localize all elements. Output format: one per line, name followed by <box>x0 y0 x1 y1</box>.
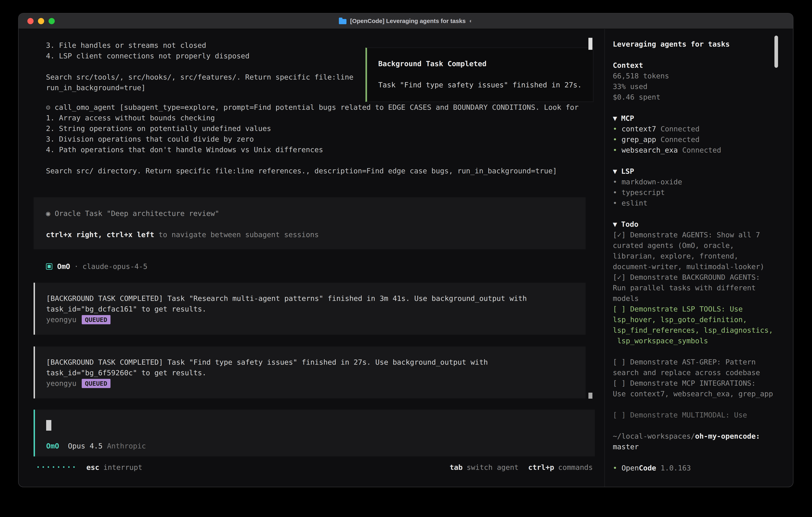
gear-icon: ⚙ <box>46 102 50 113</box>
tab-label: switch agent <box>467 462 519 472</box>
app-version: •OpenCode1.0.163 <box>613 463 793 473</box>
window-controls <box>27 13 55 29</box>
context-heading: Context <box>613 60 793 71</box>
window-title-text: [OpenCode] Leveraging agents for tasks <box>350 18 466 24</box>
input-meta: OmOOpus 4.5Anthropic <box>46 441 146 451</box>
zoom-button[interactable] <box>49 18 55 24</box>
folder-icon <box>339 19 346 24</box>
tab-key: tab <box>450 462 463 472</box>
workspace-path-prefix: ~/local-workspaces/ <box>613 432 695 440</box>
input-provider-name: Anthropic <box>107 442 146 450</box>
bullet-icon: • <box>613 178 617 186</box>
window-title: [OpenCode] Leveraging agents for tasks ◐ <box>339 18 472 24</box>
context-section: Context 66,518 tokens 33% used $0.46 spe… <box>613 60 793 102</box>
lsp-item: •markdown-oxide <box>613 176 793 187</box>
collapse-triangle-icon: ▼ <box>613 114 617 123</box>
main-scrollbar-thumb-secondary[interactable] <box>588 393 592 399</box>
todo-item: [ ] Demonstrate MULTIMODAL: Use <box>613 410 793 420</box>
message-meta: yeongyu QUEUED <box>46 314 574 325</box>
esc-shortcut: esc interrupt <box>86 462 142 472</box>
mcp-status: Connected <box>682 146 721 154</box>
prompt-input[interactable]: OmOOpus 4.5Anthropic <box>34 410 595 456</box>
close-button[interactable] <box>27 18 34 24</box>
mcp-item: •websearch_exaConnected <box>613 145 793 155</box>
app-name-bold: Code <box>639 464 656 472</box>
input-agent-name: OmO <box>46 442 59 450</box>
tool-call: ⚙ call_omo_agent [subagent_type=explore,… <box>46 102 579 176</box>
scrollback-text: 3. File handles or streams not closed 4.… <box>46 40 353 93</box>
ctrl-p-key: ctrl+p <box>528 462 554 472</box>
bullet-icon: • <box>613 199 617 207</box>
separator-dot: · <box>74 261 79 272</box>
context-spent: $0.46 spent <box>613 92 793 102</box>
bullet-icon: • <box>613 188 617 196</box>
sidebar: Leveraging agents for tasks Context 66,5… <box>604 29 793 487</box>
session-status-icon: ◐ <box>469 18 473 24</box>
esc-label: interrupt <box>103 462 142 472</box>
app-version-number: 1.0.163 <box>661 464 691 472</box>
session-title: Leveraging agents for tasks <box>613 39 793 49</box>
todo-heading[interactable]: ▼Todo <box>613 219 793 229</box>
agent-icon <box>46 263 52 270</box>
lsp-heading[interactable]: ▼LSP <box>613 166 793 176</box>
bullet-icon: • <box>613 125 617 133</box>
mcp-status: Connected <box>661 135 699 143</box>
todo-section: ▼Todo [✓] Demonstrate AGENTS: Show all 7… <box>613 219 793 420</box>
titlebar[interactable]: [OpenCode] Leveraging agents for tasks ◐ <box>19 13 793 29</box>
lsp-item: •eslint <box>613 198 793 208</box>
oracle-task-title-text: Oracle Task "Deep architecture review" <box>55 209 220 218</box>
status-right: tab switch agent ctrl+p commands <box>450 462 593 472</box>
oracle-task-title: ◉Oracle Task "Deep architecture review" <box>46 208 573 219</box>
mcp-item: •grep_appConnected <box>613 134 793 145</box>
status-left: •••••••• esc interrupt <box>36 462 142 472</box>
lsp-heading-text: LSP <box>621 167 634 175</box>
chat-area: 3. File handles or streams not closed 4.… <box>19 29 604 487</box>
main-scrollbar-thumb[interactable] <box>588 38 592 50</box>
tab-shortcut: tab switch agent <box>450 462 519 472</box>
lsp-item: •typescript <box>613 187 793 198</box>
mcp-section: ▼MCP •context7Connected •grep_appConnect… <box>613 113 793 155</box>
message-card: [BACKGROUND TASK COMPLETED] Task "Resear… <box>34 283 586 335</box>
status-bar: •••••••• esc interrupt tab switch agent … <box>19 462 604 472</box>
record-icon: ◉ <box>46 209 50 218</box>
lsp-name: markdown-oxide <box>621 178 682 186</box>
message-author: yeongyu <box>46 314 77 325</box>
lsp-name: eslint <box>621 199 647 207</box>
todo-item: [ ] Demonstrate AST-GREP: Pattern search… <box>613 357 793 378</box>
workspace-repo: oh-my-opencode: <box>695 432 760 440</box>
mcp-heading[interactable]: ▼MCP <box>613 113 793 124</box>
input-model-name: Opus 4.5 <box>68 442 103 450</box>
terminal-window: [OpenCode] Leveraging agents for tasks ◐… <box>18 13 793 487</box>
bullet-icon: • <box>613 464 617 472</box>
minimize-button[interactable] <box>38 18 44 24</box>
toast-title: Background Task Completed <box>378 58 582 69</box>
message-text: [BACKGROUND TASK COMPLETED] Task "Resear… <box>46 293 574 314</box>
collapse-triangle-icon: ▼ <box>613 220 617 228</box>
agent-model: claude-opus-4-5 <box>83 261 147 272</box>
commands-shortcut: ctrl+p commands <box>528 462 593 472</box>
todo-item: [✓] Demonstrate BACKGROUND AGENTS: Run p… <box>613 272 793 304</box>
sidebar-scrollbar-thumb[interactable] <box>775 35 778 68</box>
spinner-dots: •••••••• <box>36 462 78 472</box>
todo-heading-text: Todo <box>621 220 639 228</box>
message-card: [BACKGROUND TASK COMPLETED] Task "Find t… <box>34 347 586 399</box>
bullet-icon: • <box>613 135 617 143</box>
mcp-name: context7 <box>621 125 656 133</box>
context-tokens: 66,518 tokens <box>613 71 793 81</box>
tool-call-text: call_omo_agent [subagent_type=explore, p… <box>46 102 579 176</box>
toast-body: Task "Find type safety issues" finished … <box>378 80 582 90</box>
todo-item: [ ] Demonstrate MCP INTEGRATIONS: Use co… <box>613 378 793 399</box>
message-text: [BACKGROUND TASK COMPLETED] Task "Find t… <box>46 357 574 378</box>
commands-label: commands <box>558 462 593 472</box>
context-used: 33% used <box>613 81 793 92</box>
message-author: yeongyu <box>46 378 77 389</box>
app-name-regular: Open <box>621 464 639 472</box>
agent-header: OmO · claude-opus-4-5 <box>46 261 147 272</box>
hint-text: to navigate between subagent sessions <box>154 230 319 239</box>
esc-key: esc <box>86 462 99 472</box>
toast-notification: Background Task Completed Task "Find typ… <box>366 48 593 102</box>
workspace-branch: master <box>613 441 793 452</box>
status-badge: QUEUED <box>82 379 111 388</box>
todo-item: [✓] Demonstrate AGENTS: Show all 7 curat… <box>613 229 793 272</box>
oracle-task-panel: ◉Oracle Task "Deep architecture review" … <box>34 197 586 249</box>
